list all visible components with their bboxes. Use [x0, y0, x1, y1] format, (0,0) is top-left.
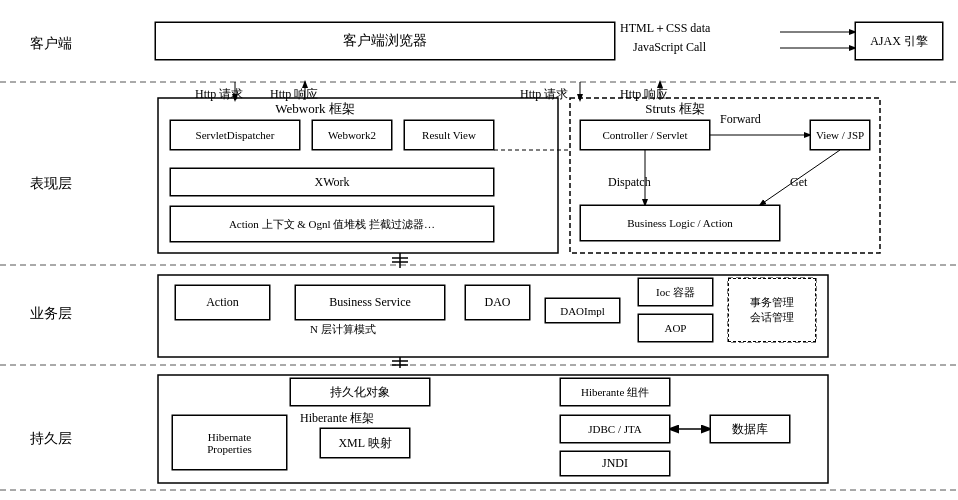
persistent-object-box: 持久化对象 — [290, 378, 430, 406]
http-req1-label: Http 请求 — [195, 86, 243, 103]
dao-impl-box: DAOImpl — [545, 298, 620, 323]
controller-servlet-box: Controller / Servlet — [580, 120, 710, 150]
hibernate-framework-label: Hiberante 框架 — [300, 410, 374, 427]
view-jsp-box: View / JSP — [810, 120, 870, 150]
ioc-box: Ioc 容器 — [638, 278, 713, 306]
forward-label: Forward — [720, 112, 761, 127]
action-filter-box: Action 上下文 & Ognl 值堆栈 拦截过滤器… — [170, 206, 494, 242]
hibernate-properties-box: Hibernate Properties — [172, 415, 287, 470]
business-layer-label: 业务层 — [30, 305, 72, 323]
aop-box: AOP — [638, 314, 713, 342]
xml-mapping-box: XML 映射 — [320, 428, 410, 458]
html-css-label: HTML＋CSS data — [620, 20, 710, 37]
xwork-box: XWork — [170, 168, 494, 196]
persistence-layer-label: 持久层 — [30, 430, 72, 448]
webwork2-box: Webwork2 — [312, 120, 392, 150]
transaction-box: 事务管理 会话管理 — [728, 278, 816, 342]
hibernate-component-box: Hiberante 组件 — [560, 378, 670, 406]
dao-box: DAO — [465, 285, 530, 320]
ajax-box: AJAX 引擎 — [855, 22, 943, 60]
action-box: Action — [175, 285, 270, 320]
servlet-dispatcher-box: ServletDispatcher — [170, 120, 300, 150]
http-req2-label: Http 请求 — [520, 86, 568, 103]
jdbc-jta-box: JDBC / JTA — [560, 415, 670, 443]
arrows-svg — [0, 0, 958, 500]
business-service-box: Business Service — [295, 285, 445, 320]
client-layer-label: 客户端 — [30, 35, 72, 53]
client-browser-box: 客户端浏览器 — [155, 22, 615, 60]
database-box: 数据库 — [710, 415, 790, 443]
webwork-framework-title: Webwork 框架 — [250, 100, 380, 118]
n-layer-label: N 层计算模式 — [310, 322, 376, 337]
jndi-box: JNDI — [560, 451, 670, 476]
architecture-diagram: 客户端 表现层 业务层 持久层 客户端浏览器 AJAX 引擎 HTML＋CSS … — [0, 0, 958, 500]
js-call-label: JavaScript Call — [633, 40, 706, 55]
presentation-layer-label: 表现层 — [30, 175, 72, 193]
business-logic-box: Business Logic / Action — [580, 205, 780, 241]
result-view-box: Result View — [404, 120, 494, 150]
get-label: Get — [790, 175, 807, 190]
dispatch-label: Dispatch — [608, 175, 651, 190]
